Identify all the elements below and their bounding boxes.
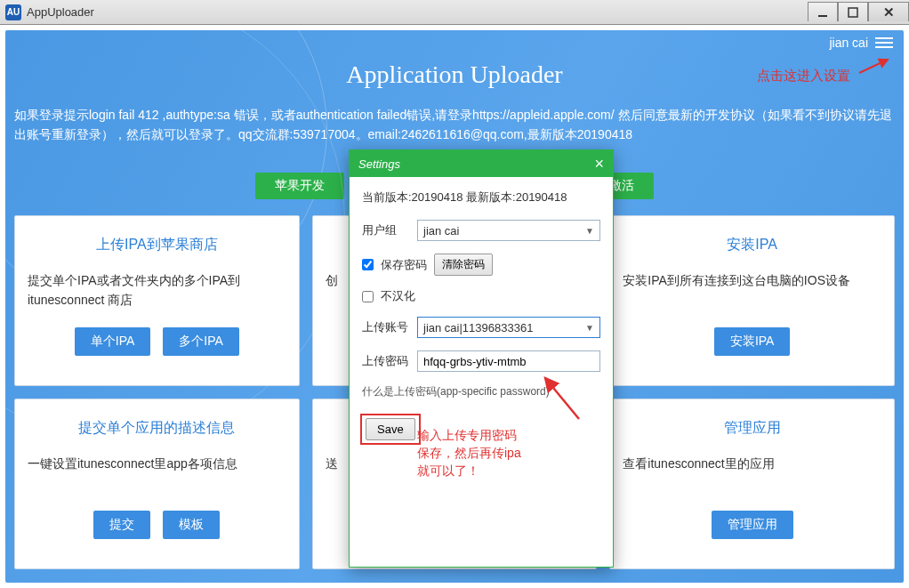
install-ipa-button[interactable]: 安装IPA xyxy=(714,327,791,356)
nav-button-dev[interactable]: 苹果开发 xyxy=(255,173,344,199)
chevron-down-icon: ▼ xyxy=(585,226,594,236)
upload-account-value: jian cai|11396833361 xyxy=(423,321,533,334)
modal-close-button[interactable]: × xyxy=(594,155,604,173)
svg-line-3 xyxy=(545,378,579,419)
card-upload-ipa: 上传IPA到苹果商店 提交单个IPA或者文件夹内的多个IPA到itunescon… xyxy=(14,215,300,386)
submit-button[interactable]: 提交 xyxy=(93,511,150,539)
close-icon: × xyxy=(594,155,604,173)
minimize-icon xyxy=(817,7,828,18)
upload-account-label: 上传账号 xyxy=(362,319,410,335)
modal-title: Settings xyxy=(358,157,400,171)
red-annotation-text: 输入上传专用密码 保存，然后再传ipa 就可以了！ xyxy=(417,426,521,479)
notice-text: 如果登录提示login fail 412 ,authtype:sa 错误，或者a… xyxy=(14,105,895,144)
hamburger-icon xyxy=(875,37,893,39)
save-password-checkbox[interactable] xyxy=(362,259,374,270)
card-title: 管理应用 xyxy=(724,419,781,438)
user-group-select[interactable]: jian cai ▼ xyxy=(417,220,600,241)
no-localize-checkbox[interactable] xyxy=(362,291,374,302)
card-submit-desc: 提交单个应用的描述信息 一键设置itunesconnect里app各项信息 提交… xyxy=(14,399,300,569)
card-install-ipa: 安装IPA 安装IPA到所有连接到这台电脑的IOS设备 安装IPA xyxy=(609,215,895,386)
card-desc: 提交单个IPA或者文件夹内的多个IPA到itunesconnect 商店 xyxy=(28,270,286,315)
upload-password-input[interactable] xyxy=(417,350,600,372)
multi-ipa-button[interactable]: 多个IPA xyxy=(163,327,239,356)
card-desc: 安装IPA到所有连接到这台电脑的IOS设备 xyxy=(623,270,881,315)
window-titlebar: AU AppUploader ✕ xyxy=(0,0,909,25)
maximize-button[interactable] xyxy=(838,2,868,21)
close-icon: ✕ xyxy=(883,4,895,20)
card-manage-apps: 管理应用 查看itunesconnect里的应用 管理应用 xyxy=(609,399,895,569)
clear-password-button[interactable]: 清除密码 xyxy=(434,254,493,276)
card-desc: 查看itunesconnect里的应用 xyxy=(623,454,881,498)
save-password-label: 保存密码 xyxy=(381,257,427,273)
close-window-button[interactable]: ✕ xyxy=(868,2,909,21)
card-title: 上传IPA到苹果商店 xyxy=(96,236,218,254)
svg-rect-0 xyxy=(818,15,827,17)
svg-rect-1 xyxy=(849,8,857,17)
card-title: 安装IPA xyxy=(727,236,777,254)
single-ipa-button[interactable]: 单个IPA xyxy=(75,327,151,356)
upload-account-select[interactable]: jian cai|11396833361 ▼ xyxy=(417,317,600,338)
upload-password-label: 上传密码 xyxy=(362,353,410,369)
card-desc: 一键设置itunesconnect里app各项信息 xyxy=(28,454,286,498)
user-group-value: jian cai xyxy=(423,224,459,238)
chevron-down-icon: ▼ xyxy=(585,323,594,333)
version-line: 当前版本:20190418 最新版本:20190418 xyxy=(362,189,600,205)
maximize-icon xyxy=(848,7,858,18)
save-button[interactable]: Save xyxy=(366,418,415,440)
save-button-highlight: Save xyxy=(362,415,419,443)
red-annotation-arrow-icon xyxy=(540,375,584,424)
modal-header[interactable]: Settings × xyxy=(350,150,613,177)
settings-menu-button[interactable] xyxy=(875,37,893,48)
app-icon: AU xyxy=(5,4,21,20)
user-group-label: 用户组 xyxy=(362,222,410,238)
page-title: Application Uploader xyxy=(5,60,904,89)
manage-apps-button[interactable]: 管理应用 xyxy=(712,511,793,539)
no-localize-label: 不汉化 xyxy=(381,288,415,304)
user-name-label: jian cai xyxy=(829,36,868,50)
template-button[interactable]: 模板 xyxy=(163,511,220,539)
card-title: 提交单个应用的描述信息 xyxy=(78,419,235,438)
minimize-button[interactable] xyxy=(808,2,838,21)
settings-modal: Settings × 当前版本:20190418 最新版本:20190418 用… xyxy=(349,149,614,568)
window-title: AppUploader xyxy=(27,5,94,19)
